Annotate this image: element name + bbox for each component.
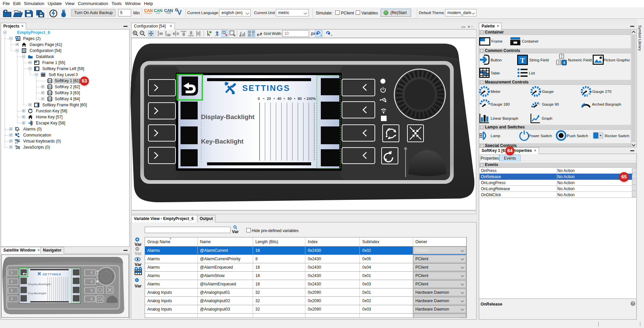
- svg-text:80: 80: [298, 97, 302, 101]
- svg-text:SK: SK: [48, 98, 52, 101]
- svg-text:SK: SK: [48, 79, 52, 83]
- svg-text:Var: Var: [135, 251, 142, 256]
- svg-text:Var: Var: [135, 283, 142, 288]
- svg-text:SETTINGS: SETTINGS: [43, 272, 61, 276]
- svg-text:Var: Var: [135, 262, 142, 267]
- svg-text:40: 40: [277, 97, 281, 101]
- svg-text:Var: Var: [135, 242, 142, 247]
- svg-text:2: 2: [560, 54, 562, 58]
- svg-text:SK: SK: [48, 92, 52, 95]
- svg-text:Var: Var: [232, 229, 239, 234]
- svg-text:SK: SK: [48, 86, 52, 89]
- svg-text:Key-Backlight: Key-Backlight: [28, 292, 46, 295]
- svg-text:Display-Backlight: Display-Backlight: [201, 113, 255, 120]
- svg-text:0: 0: [258, 97, 260, 101]
- svg-text:Display-Backlight: Display-Backlight: [28, 283, 51, 286]
- svg-text:Key-Backlight: Key-Backlight: [201, 138, 244, 145]
- svg-text:3: 3: [557, 60, 559, 64]
- svg-text:SETTINGS: SETTINGS: [242, 84, 290, 93]
- svg-text:20: 20: [267, 97, 271, 101]
- svg-text:T: T: [520, 56, 525, 64]
- svg-text:60: 60: [288, 97, 292, 101]
- svg-text:4: 4: [563, 61, 565, 65]
- svg-text:100%: 100%: [306, 97, 316, 101]
